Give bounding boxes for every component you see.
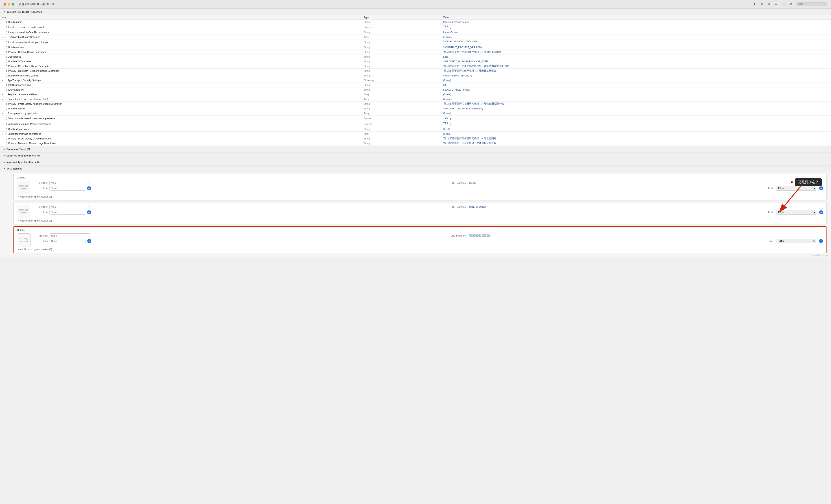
role-select[interactable]: Editor (776, 186, 816, 190)
table-row: ▲▼Application requires iPhone environmen… (0, 121, 831, 127)
value-cell: $(PRODUCT_BUNDLE_IDENTIFIER) (441, 106, 831, 111)
row-stepper[interactable]: ▲▼ (6, 65, 7, 68)
icon-input[interactable] (49, 210, 85, 214)
table-row: ▲▼Bundle OS Type codeString$(PRODUCT_BUN… (0, 59, 831, 64)
additional-props[interactable]: ▶ Additional url type properties (0) (17, 194, 823, 198)
row-stepper[interactable]: ▲▼ (6, 83, 7, 87)
icon-input[interactable] (50, 239, 85, 243)
row-stepper[interactable]: ▲▼ (6, 107, 7, 110)
identifier-input[interactable] (49, 181, 90, 185)
row-stepper[interactable]: ▲▼ (6, 60, 7, 63)
zoom-out-icon[interactable]: ⊖ (767, 2, 771, 6)
value-cell: $(DEVELOPMENT_LANGUAGE)▲▼ (441, 39, 831, 45)
close-button[interactable] (4, 3, 6, 6)
expand-arrow-icon[interactable]: ▶ (2, 133, 3, 135)
row-stepper[interactable]: ▲▼ (6, 26, 7, 29)
row-stepper[interactable]: ▲▼ (6, 31, 7, 34)
row-stepper[interactable]: ▲▼ (6, 142, 7, 145)
table-row: ▲▼Bundle display nameString隐...隐 (0, 127, 831, 131)
row-stepper[interactable]: ▲▼ (6, 122, 7, 125)
key-label: Localization native development region (8, 41, 49, 43)
identifier-input[interactable] (50, 233, 90, 238)
type-cell: String (362, 73, 441, 78)
exported-type-section[interactable]: ▶ Exported Type Identifiers (0) (0, 152, 831, 159)
custom-ios-section-title: Custom iOS Target Properties (7, 10, 42, 13)
imported-type-section[interactable]: ▶ Imported Type Identifiers (0) (0, 159, 831, 166)
role-add-button[interactable]: + (819, 186, 823, 190)
edit-icon[interactable]: ✏ (774, 2, 778, 6)
main-content: ▼ Custom iOS Target Properties Key Type … (0, 9, 831, 257)
value-stepper[interactable]: ▲▼ (450, 26, 451, 29)
document-types-section[interactable]: ▶ Document Types (0) (0, 146, 831, 152)
value-stepper[interactable]: ▲▼ (450, 123, 451, 126)
row-stepper[interactable]: ▲▼ (5, 97, 7, 101)
row-stepper[interactable]: ▲▼ (5, 79, 7, 82)
timer-icon[interactable]: ⏱ (789, 2, 793, 6)
table-row: ▲▼Localized resources can be mixedBoolea… (0, 24, 831, 30)
row-stepper[interactable]: ▲▼ (6, 69, 7, 72)
key-label: Fonts provided by application (8, 112, 38, 115)
role-label: Role (755, 240, 773, 242)
row-stepper[interactable]: ▲▼ (6, 88, 7, 91)
additional-props[interactable]: ▶ Additional url type properties (0) (17, 247, 823, 251)
annotation-container: ● 还是要加这个 (791, 178, 822, 186)
row-stepper[interactable]: ▲▼ (5, 112, 7, 115)
role-add-button[interactable]: + (819, 210, 823, 214)
role-label: Role (755, 211, 773, 214)
row-stepper[interactable]: ▲▼ (6, 137, 7, 140)
expand-arrow-icon[interactable]: ▶ (2, 36, 3, 38)
expand-arrow-icon[interactable]: ▶ (2, 112, 3, 114)
row-stepper[interactable]: ▲▼ (6, 46, 7, 49)
icon-input[interactable] (49, 186, 85, 190)
zoom-in-icon[interactable]: ⊕ (760, 2, 764, 6)
row-stepper[interactable]: ▲▼ (6, 102, 7, 106)
expand-arrow-icon[interactable]: ▶ (2, 98, 3, 100)
url-type-item: UntitledNo image specifiedIdentifierURL … (13, 226, 827, 253)
table-row: ▲▼AppearanceStringLight (0, 55, 831, 59)
value-cell: "隐...隐"需要您开启蓝牙权限，才能连接蓝牙设备 (441, 141, 831, 146)
row-stepper[interactable]: ▲▼ (6, 74, 7, 77)
share-icon[interactable]: ⬆ (753, 2, 756, 6)
row-stepper[interactable]: ▲▼ (5, 132, 7, 136)
value-cell: $(CustomProductName) (441, 20, 831, 24)
role-select[interactable]: Editor (776, 210, 816, 214)
type-cell: String (362, 87, 441, 92)
url-types-section-header[interactable]: ▼ URL Types (3) (0, 166, 831, 172)
row-stepper[interactable]: ▲▼ (5, 93, 7, 96)
row-stepper[interactable]: ▲▼ (6, 51, 7, 54)
no-image-box: No image specified (17, 233, 30, 247)
search-input[interactable] (796, 2, 827, 6)
key-label: InfoDictionary version (8, 84, 31, 86)
custom-ios-section-header[interactable]: ▼ Custom iOS Target Properties (0, 9, 831, 15)
role-select[interactable]: Editor (776, 239, 816, 243)
chevron-right-icon-2: ▶ (4, 154, 5, 157)
window-icon[interactable]: ⬜ (782, 2, 785, 6)
additional-props[interactable]: ▶ Additional url type properties (0) (17, 218, 823, 222)
row-stepper[interactable]: ▲▼ (5, 35, 7, 38)
minimize-button[interactable] (8, 3, 10, 6)
icon-add-button[interactable]: + (87, 210, 91, 214)
type-cell: String (362, 83, 441, 87)
maximize-button[interactable] (12, 3, 15, 6)
exported-type-title: Exported Type Identifiers (0) (6, 154, 40, 157)
identifier-input[interactable] (49, 205, 90, 209)
plist-table-container: Key Type Value ▲▼Bundle nameString$(Cust… (0, 15, 831, 146)
icon-add-button[interactable]: + (87, 186, 91, 190)
icon-label: Icon (33, 187, 48, 190)
expand-arrow-icon[interactable]: ▶ (2, 93, 3, 95)
role-add-button[interactable]: + (819, 239, 823, 243)
row-stepper[interactable]: ▲▼ (6, 55, 7, 58)
value-stepper[interactable]: ▲▼ (450, 117, 451, 120)
value-cell: $(CURRENT_PROJECT_VERSION) (441, 45, 831, 50)
row-stepper[interactable]: ▲▼ (6, 40, 7, 44)
table-row: ▲▼Bundle version string (short)String$(M… (0, 73, 831, 78)
expand-arrow-icon[interactable]: ▶ (2, 79, 3, 81)
value-stepper[interactable]: ▲▼ (480, 41, 482, 44)
type-cell: Array (362, 92, 441, 97)
table-row: ▶▲▼App Transport Security SettingsDictio… (0, 78, 831, 83)
row-stepper[interactable]: ▲▼ (6, 127, 7, 131)
icon-add-button[interactable]: + (87, 239, 91, 243)
chevron-right-icon-3: ▶ (4, 161, 5, 163)
row-stepper[interactable]: ▲▼ (6, 21, 7, 24)
row-stepper[interactable]: ▲▼ (6, 117, 7, 120)
